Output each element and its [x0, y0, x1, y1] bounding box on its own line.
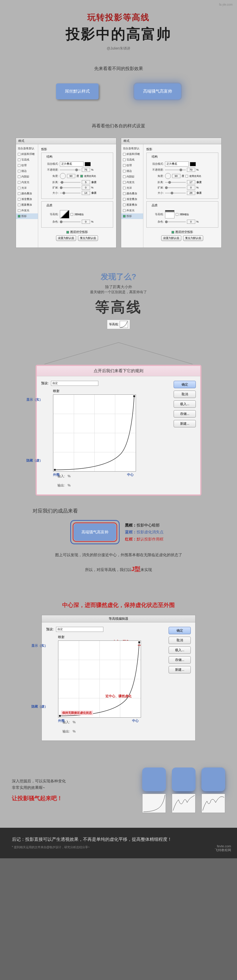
style-sidebar: 混合选项:默认 斜面和浮雕 等高线 纹理 描边 内阴影 内发光 光泽 颜色叠加 …: [16, 144, 38, 248]
footer-main: 后记：投影直接可以产生透视效果，不再是单纯的虚化平移，提高整体精细程度！: [12, 837, 225, 842]
section2-title: 再看看他们各自的样式设置: [0, 123, 237, 129]
discover-section: 发现了么? 除了距离大小外 最关键的一个区别就是，高富帅有了 等高线 等高线:: [0, 260, 237, 341]
title-red: 玩转投影等高线: [0, 12, 237, 23]
footer: 后记：投影直接可以产生透视效果，不再是单纯的虚化平移，提高整体精细程度！ * 提…: [0, 828, 237, 858]
footer-brand: fevte.com 飞特教程网: [215, 844, 231, 853]
style-item: 颜色叠加: [16, 191, 38, 196]
svg-rect-15: [138, 641, 140, 643]
variations-row: 深入挖掘后，可以实现各种变化 非常实用的效果喔~ 让投影骚气起来吧！: [0, 752, 237, 828]
page-root: fa yle.com 玩转投影等高线 投影中的高富帅 @Julien朱璘讲 先来…: [0, 0, 237, 858]
style-item: 内阴影: [16, 174, 38, 180]
discover-big: 等高线: [6, 298, 231, 317]
var-box-3: [201, 767, 225, 791]
author: @Julien朱璘讲: [0, 46, 237, 51]
connector-lines: [0, 341, 237, 365]
footer-sub: * 提到相关运用的文件来自@朝夕设计，研究分析总结分享~: [12, 845, 225, 850]
cancel-button[interactable]: 取消: [174, 391, 196, 398]
style-item: 混合选项:默认: [16, 146, 38, 151]
opacity-input[interactable]: 75: [82, 168, 90, 172]
opacity-slider[interactable]: [60, 169, 81, 170]
variation-3: [201, 767, 225, 813]
save-button[interactable]: 存储...: [174, 410, 196, 418]
panel-header: 样式: [16, 138, 116, 144]
new-button[interactable]: 新建...: [174, 420, 196, 427]
curve-graph-2[interactable]: [58, 641, 141, 718]
style-item: 渐变叠加: [16, 196, 38, 202]
ok-button[interactable]: 确定: [174, 381, 196, 388]
header: 玩转投影等高线 投影中的高富帅 @Julien朱璘讲: [0, 0, 237, 57]
var-curve-3: [201, 794, 225, 813]
title-black: 投影中的高富帅: [0, 25, 237, 44]
color-swatch[interactable]: [85, 162, 91, 166]
var-curve-2: [172, 794, 196, 813]
style-item: 等高线: [16, 157, 38, 163]
result-legend: 黑框：投影中心暗部 蓝框：投影虚化消失点 红框：默认投影作用框: [125, 522, 164, 542]
load-button[interactable]: 载入...: [174, 400, 196, 408]
svg-rect-14: [59, 715, 61, 717]
panel-main: 投影 结构 混合模式:正片叠底 不透明度:75% 角度:90度 使用全局光 距离…: [38, 144, 116, 248]
result-heading: 对应我们的成品来看: [33, 508, 213, 514]
style-item: 描边: [16, 168, 38, 174]
set-default-btn[interactable]: 设置为默认值: [56, 235, 76, 241]
style-panel-right: 样式 混合选项:默认 斜面和浮雕 等高线 纹理 描边 内阴影 内发光 光泽 颜色…: [121, 138, 221, 248]
curve-graph[interactable]: [53, 395, 136, 472]
panels-row: 样式 混合选项:默认 斜面和浮雕 等高线 纹理 描边 内阴影 内发光 光泽 颜色…: [0, 135, 237, 260]
result-button[interactable]: 高端骚气高富帅: [74, 523, 116, 541]
watermark: fa yle.com: [219, 3, 232, 6]
variations-red: 让投影骚气起来吧！: [12, 794, 136, 802]
contour-thumb[interactable]: [60, 210, 70, 218]
style-item: 内发光: [16, 180, 38, 185]
section1-title: 先来看看不同的投影效果: [0, 66, 237, 72]
variation-1: [142, 767, 166, 813]
style-item: 外发光: [16, 208, 38, 213]
style-item: 光泽: [16, 185, 38, 191]
style-item-shadow: 投影: [16, 213, 38, 219]
contour-editor-2: 等高线编辑器 预设: 自定 映射 显示（实） 隐藏（虚） 中心、深色: [41, 615, 196, 741]
preset-select[interactable]: 自定: [51, 381, 98, 386]
style-panel-left: 样式 混合选项:默认 斜面和浮雕 等高线 纹理 描边 内阴影 内发光 光泽 颜色…: [16, 138, 117, 248]
compare-row: 屌丝默认样式 高端骚气高富帅: [0, 78, 237, 114]
contour-editor-1: 点开后我们来看下它的规则 预设: 自定 映射 显示（实） 隐藏（虚）: [36, 365, 201, 496]
var-box-1: [142, 767, 166, 791]
angle-dial[interactable]: [60, 173, 66, 179]
variation-2: [172, 767, 196, 813]
red-heading: 中心深，进而骤然虚化，保持虚化状态至外围: [0, 601, 237, 609]
flat-style-button[interactable]: 屌丝默认样式: [56, 83, 99, 99]
var-curve-1: [142, 794, 166, 813]
svg-rect-7: [133, 395, 135, 397]
style-item: 图案叠加: [16, 202, 38, 208]
var-box-2: [172, 767, 196, 791]
style-item: 纹理: [16, 163, 38, 168]
group-label: 投影: [41, 147, 113, 151]
contour-inline: 等高线:: [107, 320, 130, 329]
fancy-style-button[interactable]: 高端骚气高富帅: [134, 83, 181, 99]
style-item: 斜面和浮雕: [16, 151, 38, 157]
blend-select[interactable]: 正片叠底: [60, 161, 84, 167]
editor-title: 点开后我们来看下它的规则: [37, 366, 200, 376]
svg-rect-6: [54, 469, 56, 471]
discover-title: 发现了么?: [6, 272, 231, 282]
reset-default-btn[interactable]: 复位为默认值: [78, 235, 98, 241]
result-section: 对应我们的成品来看 高端骚气高富帅 黑框：投影中心暗部 蓝框：投影虚化消失点 红…: [0, 496, 237, 595]
